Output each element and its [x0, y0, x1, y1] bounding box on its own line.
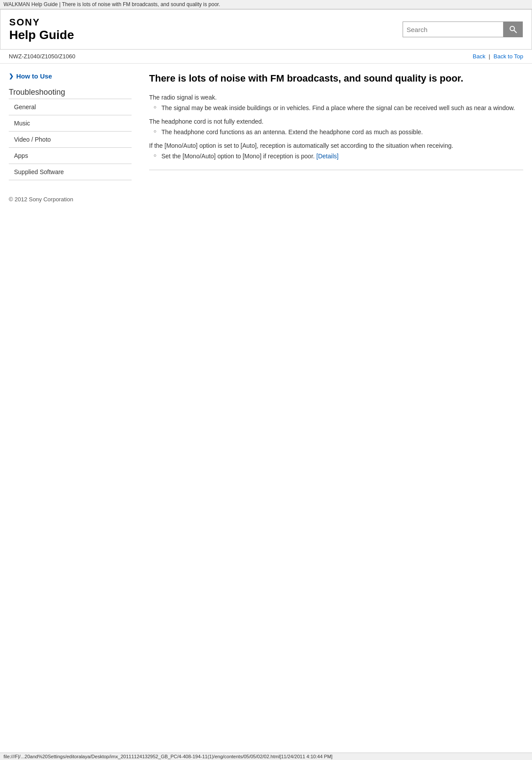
list-item: Apps	[9, 148, 132, 164]
search-area	[403, 21, 523, 37]
list-item: Set the [Mono/Auto] option to [Mono] if …	[154, 152, 523, 161]
list-item: The signal may be weak inside buildings …	[154, 103, 523, 113]
section-intro-2: The headphone cord is not fully extended…	[149, 118, 523, 125]
search-icon	[509, 25, 517, 33]
content-divider	[149, 170, 523, 170]
browser-title-text: WALKMAN Help Guide | There is lots of no…	[4, 1, 220, 7]
sidebar-item-music[interactable]: Music	[9, 115, 132, 131]
sidebar-nav: General Music Video / Photo Apps Supplie…	[9, 99, 132, 180]
content-section-2: The headphone cord is not fully extended…	[149, 118, 523, 137]
header-left: SONY Help Guide	[9, 17, 74, 42]
sidebar-item-apps[interactable]: Apps	[9, 148, 132, 164]
list-item: The headphone cord functions as an anten…	[154, 128, 523, 137]
sony-logo: SONY	[9, 17, 74, 28]
troubleshooting-title: Troubleshooting	[9, 88, 132, 97]
svg-line-1	[514, 30, 517, 33]
footer: © 2012 Sony Corporation	[0, 189, 532, 210]
list-item: Music	[9, 115, 132, 132]
bullet-list-3: Set the [Mono/Auto] option to [Mono] if …	[154, 152, 523, 161]
how-to-use-link[interactable]: ❯ How to Use	[9, 72, 132, 80]
list-item: Supplied Software	[9, 164, 132, 180]
section-intro-1: The radio signal is weak.	[149, 94, 523, 101]
section-intro-3: If the [Mono/Auto] option is set to [Aut…	[149, 142, 523, 149]
copyright-text: © 2012 Sony Corporation	[9, 196, 73, 203]
bullet-list-1: The signal may be weak inside buildings …	[154, 103, 523, 113]
page-header: SONY Help Guide	[0, 9, 532, 50]
sidebar-item-general[interactable]: General	[9, 99, 132, 115]
sidebar-item-video-photo[interactable]: Video / Photo	[9, 132, 132, 147]
svg-point-0	[510, 26, 514, 31]
page-title: Help Guide	[9, 28, 74, 42]
browser-title-bar: WALKMAN Help Guide | There is lots of no…	[0, 0, 532, 9]
subheader-links: Back | Back to Top	[473, 53, 523, 60]
list-item: General	[9, 99, 132, 115]
chevron-right-icon: ❯	[9, 73, 14, 79]
back-to-top-link[interactable]: Back to Top	[493, 53, 523, 60]
back-link[interactable]: Back	[473, 53, 486, 60]
how-to-use-label: How to Use	[16, 72, 52, 80]
main-container: ❯ How to Use Troubleshooting General Mus…	[0, 64, 532, 189]
sidebar-item-supplied-software[interactable]: Supplied Software	[9, 164, 132, 180]
bullet-list-2: The headphone cord functions as an anten…	[154, 128, 523, 137]
content-section-3: If the [Mono/Auto] option is set to [Aut…	[149, 142, 523, 161]
details-link[interactable]: [Details]	[316, 153, 339, 160]
search-button[interactable]	[503, 21, 523, 37]
content-section-1: The radio signal is weak. The signal may…	[149, 94, 523, 113]
breadcrumb: NWZ-Z1040/Z1050/Z1060	[9, 53, 75, 60]
link-separator: |	[489, 53, 492, 60]
list-item: Video / Photo	[9, 132, 132, 148]
content-area: There is lots of noise with FM broadcast…	[140, 72, 523, 180]
search-input[interactable]	[403, 21, 503, 37]
article-title: There is lots of noise with FM broadcast…	[149, 72, 523, 85]
subheader: NWZ-Z1040/Z1050/Z1060 Back | Back to Top	[0, 50, 532, 64]
sidebar: ❯ How to Use Troubleshooting General Mus…	[9, 72, 132, 180]
